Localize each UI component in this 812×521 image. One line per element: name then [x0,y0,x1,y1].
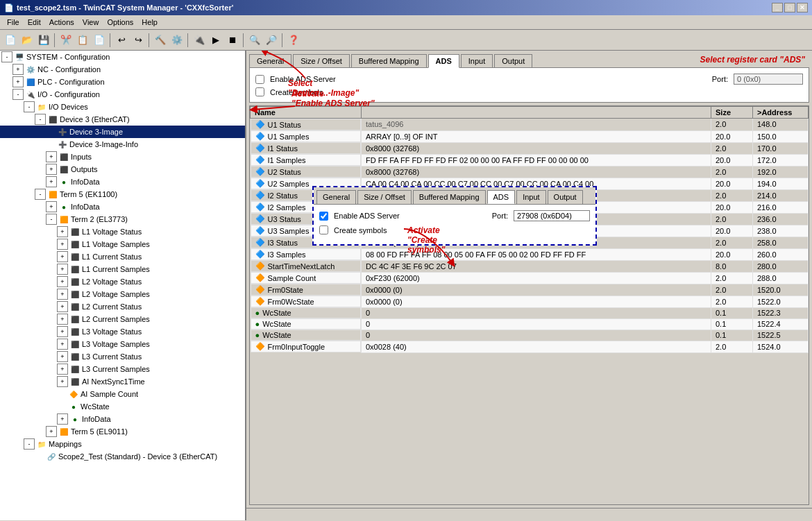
menu-options[interactable]: Options [103,17,137,28]
dialog-port-input[interactable] [514,210,590,221]
create-symbols-checkbox[interactable] [255,87,264,96]
dialog-create-checkbox[interactable] [319,225,328,234]
expand-system[interactable]: - [1,51,12,62]
tree-item-infodata3[interactable]: + ● InfoData [0,413,245,425]
port-input[interactable] [734,74,803,85]
tree-item-inputs[interactable]: + ⬛ Inputs [0,151,245,163]
tree-item-scope2[interactable]: 🔗 Scope2_Test (Standard) - Device 3 (Eth… [0,450,245,463]
tree-item-io-devices[interactable]: - 📁 I/O Devices [0,101,245,113]
expand-device3[interactable]: - [35,114,46,125]
tree-item-l1vsp[interactable]: + ⬛ L1 Voltage Samples [0,238,245,250]
maximize-button[interactable]: □ [784,3,795,12]
menu-view[interactable]: View [78,17,103,28]
dialog-tab-buffered[interactable]: Buffered Mapping [413,190,486,204]
toolbar-run[interactable]: ▶ [208,33,223,48]
toolbar-copy[interactable]: 📋 [75,33,90,48]
expand-l1vs[interactable]: + [57,226,68,237]
expand-l2vs[interactable]: + [57,276,68,287]
expand-l2cs[interactable]: + [57,301,68,312]
tree-item-outputs[interactable]: + ⬛ Outputs [0,163,245,176]
expand-l2vsp[interactable]: + [57,289,68,300]
toolbar-save[interactable]: 💾 [36,33,51,48]
tab-general[interactable]: General [249,54,291,68]
tree-item-device3-image[interactable]: ➕ Device 3-Image [0,126,245,138]
toolbar-undo[interactable]: ↩ [114,33,129,48]
dialog-tab-input[interactable]: Input [516,190,545,204]
expand-io[interactable]: - [12,89,24,100]
toolbar-build[interactable]: 🔨 [153,33,168,48]
tab-ads[interactable]: ADS [428,54,459,68]
toolbar-cut[interactable]: ✂️ [58,33,74,48]
tree-item-aisample[interactable]: 🔶 AI Sample Count [0,388,245,400]
toolbar-open[interactable]: 📂 [19,33,35,48]
tree-item-device3-image-info[interactable]: ➕ Device 3-Image-Info [0,138,245,151]
close-button[interactable]: ✕ [797,3,808,12]
tree-item-l3cs[interactable]: + ⬛ L3 Current Status [0,350,245,363]
expand-plc[interactable]: + [12,76,24,87]
menu-actions[interactable]: Actions [45,17,78,28]
dialog-tab-output[interactable]: Output [548,190,583,204]
tree-item-l3vsp[interactable]: + ⬛ L3 Voltage Samples [0,338,245,350]
expand-l2csp[interactable]: + [57,314,68,325]
toolbar-redo[interactable]: ↪ [130,33,146,48]
tree-item-l1csp[interactable]: + ⬛ L1 Current Samples [0,263,245,275]
expand-nc[interactable]: + [12,64,24,75]
expand-term5-el[interactable]: + [46,426,57,437]
tab-buffered-mapping[interactable]: Buffered Mapping [351,54,427,68]
tree-item-nc[interactable]: + ⚙️ NC - Configuration [0,63,245,76]
expand-infodata2[interactable]: + [46,201,57,212]
expand-term5[interactable]: - [35,189,46,200]
toolbar-scan[interactable]: 🔍 [247,33,262,48]
menu-edit[interactable]: Edit [24,17,45,28]
tree-item-l3csp[interactable]: + ⬛ L3 Current Samples [0,363,245,375]
dialog-tab-ads[interactable]: ADS [487,190,516,204]
tree-item-device3[interactable]: - ⬛ Device 3 (EtherCAT) [0,113,245,126]
toolbar-connect[interactable]: 🔌 [192,33,207,48]
tree-item-infodata2[interactable]: + ● InfoData [0,200,245,213]
tab-output[interactable]: Output [494,54,532,68]
dialog-tab-size[interactable]: Size / Offset [357,190,412,204]
toolbar-zoom[interactable]: 🔎 [264,33,279,48]
tree-item-l2csp[interactable]: + ⬛ L2 Current Samples [0,313,245,325]
expand-ainext[interactable]: + [57,376,68,387]
dialog-tab-general[interactable]: General [316,190,356,204]
menu-file[interactable]: File [3,17,24,28]
toolbar-paste[interactable]: 📄 [92,33,107,48]
tree-item-term5[interactable]: - 🟧 Term 5 (EK1100) [0,188,245,200]
tab-input[interactable]: Input [461,54,493,68]
tree-item-term5-el[interactable]: + 🟧 Term 5 (EL9011) [0,425,245,438]
expand-l1csp[interactable]: + [57,264,68,275]
tree-item-l1vs[interactable]: + ⬛ L1 Voltage Status [0,225,245,238]
tab-size-offset[interactable]: Size / Offset [293,54,350,68]
tree-item-ainext[interactable]: + ⬛ AI NextSync1Time [0,375,245,388]
tree-item-term2[interactable]: - 🟧 Term 2 (EL3773) [0,213,245,225]
expand-l1vsp[interactable]: + [57,239,68,250]
tree-item-wcstate[interactable]: ● WcState [0,400,245,413]
toolbar-stop[interactable]: ⏹ [225,33,240,48]
toolbar-new[interactable]: 📄 [3,33,18,48]
expand-inputs[interactable]: + [46,151,57,162]
toolbar-help[interactable]: ❓ [286,33,301,48]
expand-l1cs[interactable]: + [57,251,68,262]
tree-item-l2cs[interactable]: + ⬛ L2 Current Status [0,300,245,313]
expand-infodata3[interactable]: + [57,413,68,425]
enable-ads-checkbox[interactable] [255,75,264,84]
tree-item-l2vsp[interactable]: + ⬛ L2 Voltage Samples [0,288,245,300]
dialog-enable-ads-checkbox[interactable] [319,212,328,221]
expand-term2[interactable]: - [46,214,57,225]
tree-item-plc[interactable]: + 🟦 PLC - Configuration [0,76,245,88]
tree-item-mappings[interactable]: - 📁 Mappings [0,438,245,450]
expand-l3vs[interactable]: + [57,326,68,337]
tree-item-l3vs[interactable]: + ⬛ L3 Voltage Status [0,325,245,338]
minimize-button[interactable]: _ [772,3,783,12]
menu-help[interactable]: Help [137,17,162,28]
expand-infodata1[interactable]: + [46,176,57,187]
tree-item-infodata1[interactable]: + ● InfoData [0,176,245,188]
expand-l3vsp[interactable]: + [57,339,68,350]
expand-io-devices[interactable]: - [24,101,35,112]
toolbar-rebuild[interactable]: ⚙️ [169,33,185,48]
tree-item-system[interactable]: - 🖥️ SYSTEM - Configuration [0,51,245,63]
expand-outputs[interactable]: + [46,164,57,175]
expand-l3csp[interactable]: + [57,364,68,375]
tree-item-l2vs[interactable]: + ⬛ L2 Voltage Status [0,275,245,288]
